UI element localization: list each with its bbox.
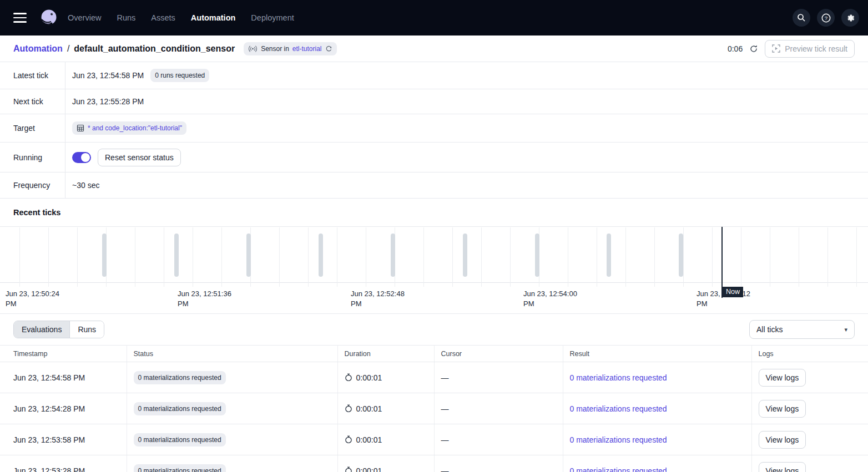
refresh-icon[interactable] <box>749 44 758 53</box>
tick-bar[interactable] <box>174 234 179 277</box>
reload-location-icon[interactable] <box>325 45 332 52</box>
tick-status-filter[interactable]: All ticks ▾ <box>749 320 855 339</box>
breadcrumb: Automation / default_automation_conditio… <box>13 44 235 54</box>
view-logs-button[interactable]: View logs <box>759 400 806 418</box>
nav-item-automation[interactable]: Automation <box>191 13 236 22</box>
tick-bar[interactable] <box>679 234 683 277</box>
tick-bar[interactable] <box>246 234 251 277</box>
target-selection-badge[interactable]: * and code_location:"etl-tutorial" <box>72 121 186 135</box>
tick-bar[interactable] <box>102 234 107 277</box>
view-logs-button[interactable]: View logs <box>759 369 806 387</box>
target-selection-text[interactable]: * and code_location:"etl-tutorial" <box>88 124 182 132</box>
table-header-row: Timestamp Status Duration Cursor Result … <box>0 346 868 362</box>
page-header: Automation / default_automation_conditio… <box>0 35 868 62</box>
timeline-gridline <box>48 227 49 287</box>
now-marker-badge: Now <box>723 287 743 297</box>
stopwatch-icon <box>345 466 352 472</box>
tick-bar[interactable] <box>319 234 323 277</box>
timeline-gridline <box>770 227 770 287</box>
timeline-gridline <box>654 227 655 287</box>
cell-duration: 0:00:01 <box>337 362 434 393</box>
tick-bar[interactable] <box>391 234 395 277</box>
stopwatch-icon <box>345 373 352 382</box>
nav-item-runs[interactable]: Runs <box>117 13 135 22</box>
runs-requested-badge: 0 runs requested <box>150 69 209 82</box>
timeline-gridline <box>193 227 193 287</box>
refresh-countdown: 0:06 <box>728 44 743 53</box>
tick-bar[interactable] <box>535 234 539 277</box>
status-badge: 0 materializations requested <box>134 371 226 384</box>
timeline-axis-label: Jun 23, 12:52:48 PM <box>351 289 405 309</box>
duration-value: 0:00:01 <box>356 466 382 472</box>
preview-icon <box>772 44 780 53</box>
status-badge: 0 materializations requested <box>134 464 226 472</box>
cell-duration: 0:00:01 <box>337 393 434 424</box>
timeline-gridline <box>625 227 626 287</box>
running-toggle[interactable] <box>72 152 91 163</box>
col-status: Status <box>127 346 337 362</box>
preview-button-label: Preview tick result <box>785 44 847 53</box>
timeline-gridline <box>452 227 453 287</box>
col-cursor: Cursor <box>434 346 563 362</box>
cell-duration: 0:00:01 <box>337 424 434 455</box>
latest-tick-value: Jun 23, 12:54:58 PM <box>72 71 144 80</box>
nav-item-deployment[interactable]: Deployment <box>251 13 294 22</box>
nav-item-overview[interactable]: Overview <box>68 13 101 22</box>
result-link[interactable]: 0 materializations requested <box>570 373 667 382</box>
table-row: Jun 23, 12:54:28 PM0 materializations re… <box>0 393 868 424</box>
detail-row-target: Target * and code_location:"etl-tutorial… <box>0 114 868 143</box>
timeline-gridline <box>19 227 20 287</box>
search-icon[interactable] <box>793 9 810 27</box>
timeline-gridline <box>597 227 597 287</box>
col-duration: Duration <box>337 346 434 362</box>
tick-status-filter-value: All ticks <box>756 325 783 334</box>
code-location-link[interactable]: etl-tutorial <box>292 45 322 53</box>
tab-evaluations[interactable]: Evaluations <box>14 321 69 338</box>
preview-tick-result-button[interactable]: Preview tick result <box>765 40 855 58</box>
breadcrumb-automation-link[interactable]: Automation <box>13 44 63 54</box>
cell-result: 0 materializations requested <box>563 455 751 472</box>
sensor-icon <box>248 45 258 52</box>
running-label: Running <box>0 143 65 172</box>
help-icon[interactable]: ? <box>817 9 835 27</box>
table-row: Jun 23, 12:53:28 PM0 materializations re… <box>0 455 868 472</box>
cell-cursor: — <box>434 424 563 455</box>
latest-tick-label: Latest tick <box>0 62 65 89</box>
tick-bar[interactable] <box>607 234 611 277</box>
timeline-gridline <box>423 227 424 287</box>
cell-result: 0 materializations requested <box>563 393 751 424</box>
timeline-axis-label: Jun 23, 12:50:24 PM <box>6 289 59 309</box>
cell-logs: View logs <box>751 455 868 472</box>
ticks-view-switcher: Evaluations Runs <box>13 321 104 338</box>
reset-sensor-status-button[interactable]: Reset sensor status <box>98 149 181 166</box>
menu-icon[interactable] <box>13 10 29 26</box>
view-logs-button[interactable]: View logs <box>759 431 806 449</box>
dagster-logo-icon[interactable] <box>38 7 60 29</box>
duration-value: 0:00:01 <box>356 373 382 382</box>
timeline-gridline <box>221 227 222 287</box>
target-label: Target <box>0 114 65 142</box>
col-logs: Logs <box>751 346 868 362</box>
nav-item-assets[interactable]: Assets <box>151 13 175 22</box>
gear-icon[interactable] <box>841 9 859 27</box>
cell-logs: View logs <box>751 393 868 424</box>
view-logs-button[interactable]: View logs <box>759 462 806 472</box>
timeline-gridline <box>308 227 309 287</box>
asset-selection-icon <box>77 124 84 132</box>
result-link[interactable]: 0 materializations requested <box>570 466 667 472</box>
col-result: Result <box>563 346 751 362</box>
result-link[interactable]: 0 materializations requested <box>570 404 667 413</box>
timeline-gridline <box>568 227 568 287</box>
tab-runs[interactable]: Runs <box>69 321 104 338</box>
cell-timestamp: Jun 23, 12:53:58 PM <box>0 424 127 455</box>
cell-cursor: — <box>434 393 563 424</box>
timeline-gridline <box>77 227 78 287</box>
nav-links: Overview Runs Assets Automation Deployme… <box>68 13 294 22</box>
tick-bar[interactable] <box>463 234 467 277</box>
result-link[interactable]: 0 materializations requested <box>570 435 667 444</box>
cell-status: 0 materializations requested <box>127 455 337 472</box>
breadcrumb-separator: / <box>67 44 69 54</box>
timeline-gridline <box>741 227 741 287</box>
timeline-gridline <box>337 227 337 287</box>
cell-result: 0 materializations requested <box>563 362 751 393</box>
